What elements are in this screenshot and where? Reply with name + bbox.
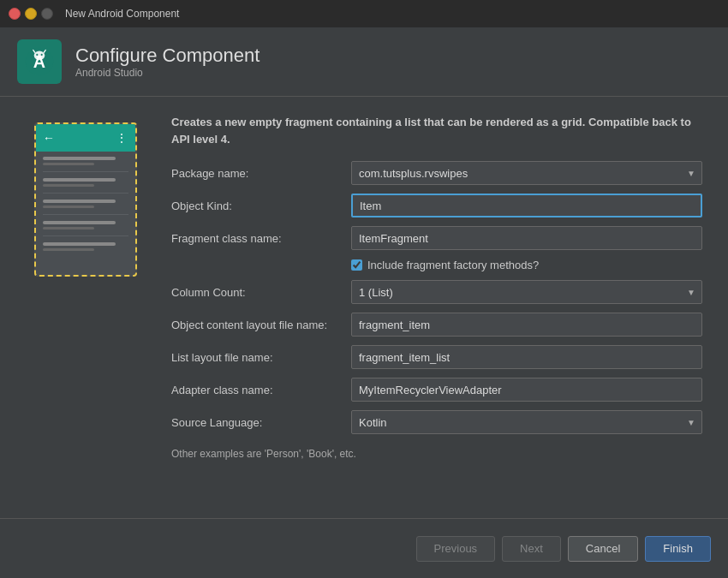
close-button[interactable] (9, 8, 21, 20)
android-studio-icon: A (17, 39, 62, 84)
back-icon: ← (43, 131, 55, 145)
object-layout-control (351, 313, 702, 337)
phone-line (43, 163, 94, 165)
svg-point-4 (41, 54, 43, 56)
svg-point-3 (36, 54, 38, 56)
adapter-class-label: Adapter class name: (171, 384, 351, 396)
column-count-label: Column Count: (171, 286, 351, 299)
object-kind-row: Object Kind: (171, 194, 702, 217)
title-bar: New Android Component (0, 0, 728, 27)
dialog-subtitle: Android Studio (75, 67, 260, 79)
fragment-class-control (351, 226, 702, 250)
factory-methods-checkbox[interactable] (351, 259, 362, 271)
description-text: Creates a new empty fragment containing … (171, 114, 702, 147)
list-layout-control (351, 345, 702, 369)
phone-divider (43, 171, 128, 172)
main-content: ← ⋮ (0, 97, 728, 515)
phone-line (43, 206, 94, 208)
phone-preview: ← ⋮ (34, 122, 137, 277)
source-language-row: Source Language: Kotlin Java ▼ (171, 410, 702, 434)
phone-line (43, 184, 94, 187)
source-language-label: Source Language: (171, 416, 351, 429)
svg-point-2 (34, 51, 45, 60)
column-count-control: 1 (List) 2 (Grid) 3 (Grid) ▼ (351, 280, 702, 304)
phone-line (43, 200, 116, 203)
phone-divider (43, 214, 128, 215)
phone-line (43, 178, 116, 182)
phone-line (43, 248, 94, 251)
menu-dots-icon: ⋮ (116, 131, 128, 145)
object-kind-label: Object Kind: (171, 200, 351, 212)
phone-toolbar: ← ⋮ (36, 124, 135, 152)
finish-button[interactable]: Finish (645, 536, 711, 562)
column-count-row: Column Count: 1 (List) 2 (Grid) 3 (Grid)… (171, 280, 702, 304)
package-name-label: Package name: (171, 167, 351, 180)
fragment-class-label: Fragment class name: (171, 232, 351, 245)
preview-panel: ← ⋮ (26, 114, 146, 498)
source-language-wrapper: Kotlin Java ▼ (351, 410, 702, 434)
phone-divider (43, 193, 128, 194)
list-layout-input[interactable] (351, 345, 702, 369)
factory-methods-row: Include fragment factory methods? (171, 259, 702, 271)
previous-button[interactable]: Previous (416, 536, 496, 562)
phone-list-item (43, 221, 128, 229)
package-name-row: Package name: com.tutsplus.rvswipes ▼ (171, 161, 702, 185)
header-text: Configure Component Android Studio (75, 45, 260, 79)
column-count-select[interactable]: 1 (List) 2 (Grid) 3 (Grid) (351, 280, 702, 304)
form-panel: Creates a new empty fragment containing … (171, 114, 702, 498)
phone-list-preview (36, 152, 135, 256)
adapter-class-control (351, 378, 702, 402)
source-language-control: Kotlin Java ▼ (351, 410, 702, 434)
minimize-button[interactable] (25, 8, 37, 20)
window-controls[interactable] (9, 8, 53, 20)
object-layout-label: Object content layout file name: (171, 319, 351, 331)
object-layout-input[interactable] (351, 313, 702, 337)
maximize-button[interactable] (41, 8, 53, 20)
phone-list-item (43, 157, 128, 165)
source-language-select[interactable]: Kotlin Java (351, 410, 702, 434)
column-count-wrapper: 1 (List) 2 (Grid) 3 (Grid) ▼ (351, 280, 702, 304)
factory-methods-label[interactable]: Include fragment factory methods? (367, 259, 539, 271)
dialog-title: Configure Component (75, 45, 260, 67)
phone-line (43, 157, 116, 160)
phone-list-item (43, 200, 128, 208)
fragment-class-row: Fragment class name: (171, 226, 702, 250)
phone-line (43, 221, 116, 224)
phone-list-item (43, 242, 128, 251)
object-kind-control (351, 194, 702, 217)
hint-text: Other examples are 'Person', 'Book', etc… (171, 448, 702, 460)
object-kind-input[interactable] (351, 194, 702, 217)
package-name-control: com.tutsplus.rvswipes ▼ (351, 161, 702, 185)
next-button[interactable]: Next (502, 536, 561, 562)
adapter-class-input[interactable] (351, 378, 702, 402)
package-name-wrapper: com.tutsplus.rvswipes ▼ (351, 161, 702, 185)
list-layout-row: List layout file name: (171, 345, 702, 369)
list-layout-label: List layout file name: (171, 351, 351, 364)
window-title: New Android Component (65, 8, 179, 20)
object-layout-row: Object content layout file name: (171, 313, 702, 337)
phone-line (43, 227, 94, 229)
fragment-class-input[interactable] (351, 226, 702, 250)
phone-divider (43, 235, 128, 236)
dialog-header: A Configure Component Android Studio (0, 27, 728, 97)
phone-line (43, 242, 116, 246)
phone-list-item (43, 178, 128, 187)
package-name-select[interactable]: com.tutsplus.rvswipes (351, 161, 702, 185)
dialog-footer: Previous Next Cancel Finish (0, 518, 728, 578)
adapter-class-row: Adapter class name: (171, 378, 702, 402)
cancel-button[interactable]: Cancel (568, 536, 638, 562)
